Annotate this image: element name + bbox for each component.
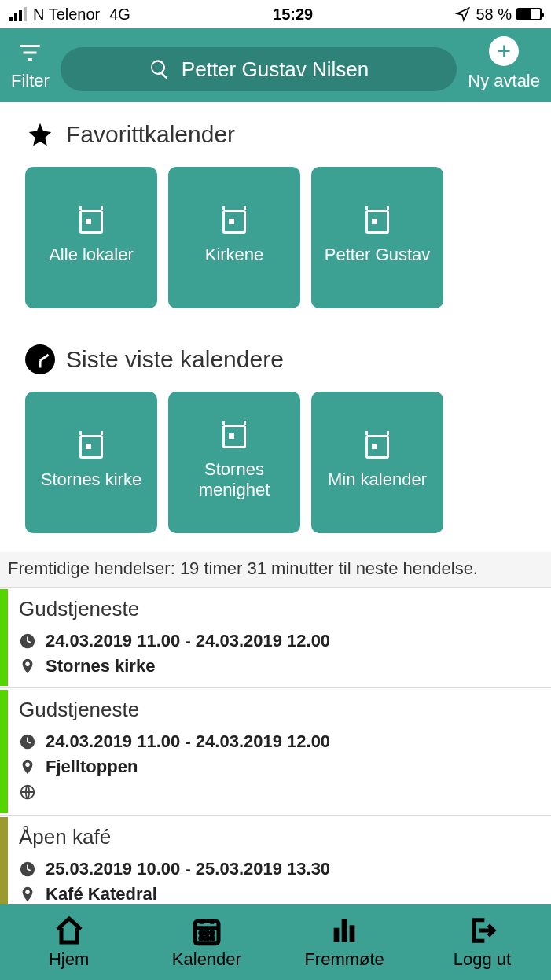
tile-label: Petter Gustav — [325, 245, 431, 265]
svg-point-5 — [200, 932, 203, 934]
calendar-icon — [222, 210, 246, 234]
nav-calendar[interactable]: Kalender — [138, 904, 275, 980]
calendar-icon — [365, 435, 389, 459]
tile-stornes-menighet[interactable]: Stornes menighet — [168, 392, 300, 533]
search-pill[interactable]: Petter Gustav Nilsen — [61, 47, 457, 91]
nav-attendance-label: Fremmøte — [304, 949, 384, 970]
favorites-heading: Favorittkalender — [0, 102, 551, 159]
recent-tiles: Stornes kirke Stornes menighet Min kalen… — [0, 384, 551, 552]
clock-icon — [25, 344, 55, 374]
event-color-bar — [0, 589, 8, 686]
logout-icon — [466, 915, 498, 946]
app-header: Filter Petter Gustav Nilsen + Ny avtale — [0, 28, 551, 102]
pin-icon — [19, 658, 36, 675]
svg-point-10 — [211, 937, 213, 939]
pin-icon — [19, 886, 36, 903]
event-place: Stornes kirke — [46, 656, 155, 676]
tile-stornes-kirke[interactable]: Stornes kirke — [25, 392, 157, 533]
calendar-icon — [79, 210, 103, 234]
event-title: Gudstjeneste — [19, 698, 540, 722]
bottom-nav: Hjem Kalender Fremmøte Logg ut — [0, 904, 551, 980]
svg-rect-13 — [350, 925, 355, 942]
event-list: Gudstjeneste24.03.2019 11.00 - 24.03.201… — [0, 587, 551, 904]
tile-alle-lokaler[interactable]: Alle lokaler — [25, 167, 157, 308]
battery-pct: 58 % — [476, 6, 512, 24]
tile-label: Kirkene — [205, 245, 264, 265]
location-icon — [455, 6, 471, 22]
svg-point-7 — [211, 932, 213, 934]
svg-point-9 — [205, 937, 208, 939]
calendar-icon — [79, 435, 103, 459]
clock-icon — [19, 733, 36, 750]
tile-petter-gustav[interactable]: Petter Gustav — [311, 167, 443, 308]
nav-logout[interactable]: Logg ut — [413, 904, 551, 980]
nav-logout-label: Logg ut — [454, 949, 511, 970]
tile-label: Min kalender — [328, 470, 427, 490]
globe-icon — [19, 783, 540, 804]
event-place: Fjelltoppen — [46, 757, 138, 777]
bars-icon — [329, 915, 360, 946]
clock-icon — [19, 860, 36, 878]
calendar-icon — [191, 915, 222, 946]
tile-label: Stornes menighet — [168, 459, 300, 501]
filter-label: Filter — [11, 71, 50, 91]
event-title: Gudstjeneste — [19, 597, 540, 621]
search-icon — [149, 58, 171, 80]
new-appointment-button[interactable]: + Ny avtale — [468, 36, 540, 91]
event-time: 24.03.2019 11.00 - 24.03.2019 12.00 — [46, 731, 330, 752]
plus-icon: + — [489, 36, 519, 66]
pin-icon — [19, 758, 36, 776]
event-item[interactable]: Gudstjeneste24.03.2019 11.00 - 24.03.201… — [0, 687, 551, 815]
new-appointment-label: Ny avtale — [468, 71, 540, 91]
recent-title: Siste viste kalendere — [66, 346, 284, 373]
event-color-bar — [0, 690, 8, 813]
calendar-icon — [365, 210, 389, 234]
event-item[interactable]: Gudstjeneste24.03.2019 11.00 - 24.03.201… — [0, 587, 551, 687]
upcoming-summary: Fremtidige hendelser: 19 timer 31 minutt… — [0, 552, 551, 587]
tile-label: Alle lokaler — [49, 245, 134, 265]
tile-kirkene[interactable]: Kirkene — [168, 167, 300, 308]
carrier-label: N Telenor — [33, 6, 100, 24]
svg-rect-12 — [342, 919, 347, 942]
nav-calendar-label: Kalender — [172, 949, 241, 970]
svg-rect-11 — [334, 928, 340, 942]
event-time: 24.03.2019 11.00 - 24.03.2019 12.00 — [46, 631, 330, 651]
filter-button[interactable]: Filter — [11, 39, 50, 91]
nav-attendance[interactable]: Fremmøte — [276, 904, 413, 980]
nav-home[interactable]: Hjem — [0, 904, 138, 980]
signal-icon — [9, 7, 27, 21]
event-title: Åpen kafé — [19, 825, 540, 849]
favorites-title: Favorittkalender — [66, 121, 235, 148]
status-bar: N Telenor 4G 15:29 58 % — [0, 0, 551, 28]
nav-home-label: Hjem — [49, 949, 89, 970]
home-icon — [53, 915, 85, 946]
star-icon — [25, 120, 55, 149]
filter-icon — [17, 39, 43, 66]
svg-point-8 — [200, 937, 203, 939]
recent-heading: Siste viste kalendere — [0, 327, 551, 384]
main-content: Favorittkalender Alle lokaler Kirkene Pe… — [0, 102, 551, 904]
clock-icon — [19, 632, 36, 650]
favorites-tiles: Alle lokaler Kirkene Petter Gustav — [0, 159, 551, 327]
network-label: 4G — [109, 6, 130, 24]
calendar-icon — [222, 425, 246, 448]
battery-icon — [516, 8, 542, 20]
svg-point-6 — [205, 932, 208, 934]
tile-label: Stornes kirke — [41, 470, 141, 490]
event-place: Kafé Katedral — [46, 884, 157, 904]
event-item[interactable]: Åpen kafé25.03.2019 10.00 - 25.03.2019 1… — [0, 815, 551, 904]
search-text: Petter Gustav Nilsen — [182, 57, 369, 82]
event-time: 25.03.2019 10.00 - 25.03.2019 13.30 — [46, 859, 330, 879]
event-color-bar — [0, 817, 8, 904]
tile-min-kalender[interactable]: Min kalender — [311, 392, 443, 533]
clock-label: 15:29 — [273, 6, 313, 24]
